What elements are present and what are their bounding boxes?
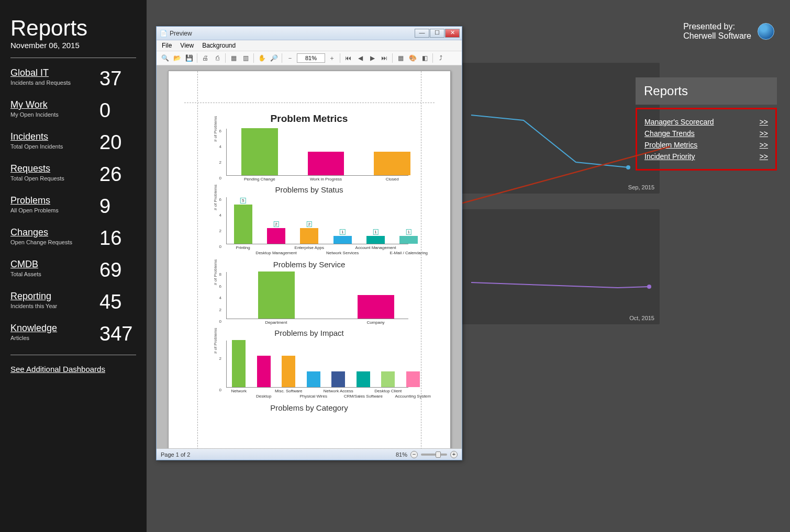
zoom-out-button[interactable]: −: [410, 451, 418, 458]
report-link-label[interactable]: Manager's Scorecard: [644, 118, 714, 126]
sidebar-value: 347: [99, 323, 136, 345]
first-page-icon[interactable]: ⏮: [343, 53, 353, 63]
zoom-input[interactable]: [297, 53, 325, 63]
sidebar-item-global-it[interactable]: Global IT Incidents and Requests 37: [10, 67, 136, 90]
open-icon[interactable]: 📂: [172, 53, 182, 63]
reports-header: Reports: [636, 77, 777, 105]
quickprint-icon[interactable]: ⎙: [212, 53, 222, 63]
zoomin-icon[interactable]: ＋: [327, 53, 337, 63]
bg-chart-line-icon: [461, 209, 660, 324]
sidebar-item-cmdb[interactable]: CMDB Total Assets 69: [10, 259, 136, 281]
menu-view[interactable]: View: [180, 42, 194, 49]
report-link-arrow[interactable]: >>: [760, 141, 768, 149]
sidebar-link[interactable]: Changes: [10, 227, 48, 237]
category-label: Desktop: [243, 394, 285, 399]
y-tick: 2: [219, 160, 221, 165]
sidebar-item-my-work[interactable]: My Work My Open Incidents 0: [10, 99, 136, 122]
category-label: Misc. Software: [268, 389, 309, 393]
prev-page-icon[interactable]: ◀: [355, 53, 365, 63]
separator: [253, 53, 254, 63]
sidebar-link[interactable]: My Work: [10, 99, 48, 110]
sidebar-value: 9: [99, 195, 136, 218]
svg-point-0: [626, 165, 630, 169]
statusbar: Page 1 of 2 81% − +: [157, 448, 462, 460]
bar: [381, 371, 395, 387]
magnifier-icon[interactable]: 🔎: [269, 53, 279, 63]
category-label: Closed: [371, 177, 413, 182]
report-link-arrow[interactable]: >>: [760, 129, 768, 138]
bg-chart-top: Sep, 2015: [461, 63, 660, 194]
sidebar-link[interactable]: Reporting: [10, 291, 51, 301]
sidebar-value: 16: [99, 227, 136, 250]
bar: [333, 236, 352, 244]
category-label: Accounting System: [392, 394, 434, 399]
presented-by: Presented by: Cherwell Software: [683, 22, 774, 41]
bg-date-top: Sep, 2015: [628, 184, 654, 190]
print-icon[interactable]: 🖨: [200, 53, 210, 63]
sidebar-item-requests[interactable]: Requests Total Open Requests 26: [10, 163, 136, 186]
report-link-label[interactable]: Problem Metrics: [644, 141, 697, 149]
maximize-button[interactable]: ☐: [430, 29, 444, 38]
report-link-problem-metrics[interactable]: Problem Metrics >>: [644, 141, 768, 149]
sidebar-item-problems[interactable]: Problems All Open Problems 9: [10, 195, 136, 218]
pagesetup-icon[interactable]: ▦: [228, 53, 239, 63]
category-label: CRM/Sales Software: [342, 394, 384, 399]
toolbar: 🔍 📂 💾 🖨 ⎙ ▦ ▥ ✋ 🔎 － ＋ ⏮ ◀ ▶ ⏭ ▦ 🎨 ◧: [157, 51, 462, 65]
category-label: Account Management: [355, 245, 397, 250]
menu-background[interactable]: Background: [202, 42, 236, 49]
separator: [432, 53, 433, 63]
sidebar-item-incidents[interactable]: Incidents Total Open Incidents 20: [10, 131, 136, 154]
watermark-icon[interactable]: ◧: [419, 53, 430, 63]
last-page-icon[interactable]: ⏭: [379, 53, 390, 63]
sidebar-sub: Incidents and Requests: [10, 80, 99, 86]
next-page-icon[interactable]: ▶: [367, 53, 377, 63]
report-link-arrow[interactable]: >>: [760, 152, 768, 161]
divider: [10, 355, 136, 355]
save-icon[interactable]: 💾: [184, 53, 194, 63]
sidebar-link[interactable]: Incidents: [10, 131, 48, 142]
search-icon[interactable]: 🔍: [160, 53, 170, 63]
y-tick: 2: [219, 229, 221, 233]
report-link-arrow[interactable]: >>: [760, 118, 768, 126]
multipage-icon[interactable]: ▦: [395, 53, 406, 63]
bar: [258, 271, 295, 319]
export-icon[interactable]: ⤴: [436, 53, 446, 63]
sidebar-item-knowledge[interactable]: Knowledge Articles 347: [10, 323, 136, 345]
sidebar-link[interactable]: Problems: [10, 195, 50, 206]
document-area[interactable]: Problem Metrics # of Problems0246Pending…: [157, 65, 462, 448]
sidebar-link[interactable]: Requests: [10, 163, 50, 174]
bgcolor-icon[interactable]: 🎨: [407, 53, 418, 63]
sidebar-link[interactable]: Global IT: [10, 67, 49, 78]
category-label: Desktop Management: [255, 251, 297, 255]
y-tick: 4: [219, 144, 221, 149]
category-label: Enterprise Apps: [288, 245, 330, 250]
margins-icon[interactable]: ▥: [240, 53, 251, 63]
sidebar-link[interactable]: Knowledge: [10, 323, 57, 333]
bar: [234, 205, 252, 244]
reports-panel: Reports Manager's Scorecard >> Change Tr…: [636, 77, 777, 171]
titlebar[interactable]: 📄 Preview — ☐ ✕: [157, 27, 462, 40]
report-link-label[interactable]: Change Trends: [644, 129, 695, 138]
y-tick: 4: [219, 213, 221, 218]
see-additional-dashboards-link[interactable]: See Additional Dashboards: [10, 365, 105, 373]
y-tick: 6: [219, 284, 221, 288]
minimize-button[interactable]: —: [415, 29, 429, 38]
zoom-in-button[interactable]: +: [450, 451, 458, 458]
category-label: E-Mail / Calendaring: [388, 251, 430, 255]
report-link-managers-scorecard[interactable]: Manager's Scorecard >>: [644, 118, 768, 126]
report-link-change-trends[interactable]: Change Trends >>: [644, 129, 768, 138]
page-date: November 06, 2015: [10, 41, 136, 50]
data-label: 1: [373, 229, 378, 235]
sidebar-item-changes[interactable]: Changes Open Change Requests 16: [10, 227, 136, 250]
sidebar-item-reporting[interactable]: Reporting Incidents this Year 45: [10, 291, 136, 313]
zoom-slider[interactable]: [421, 454, 447, 456]
close-button[interactable]: ✕: [445, 29, 460, 38]
sidebar-link[interactable]: CMDB: [10, 259, 38, 269]
hand-icon[interactable]: ✋: [257, 53, 267, 63]
report-page: Problem Metrics # of Problems0246Pending…: [168, 71, 451, 448]
report-link-label[interactable]: Incident Priority: [644, 152, 695, 161]
menu-file[interactable]: File: [162, 42, 172, 49]
zoomout-icon[interactable]: －: [285, 53, 295, 63]
bg-chart-bottom: Oct, 2015: [461, 209, 660, 324]
report-link-incident-priority[interactable]: Incident Priority >>: [644, 152, 768, 161]
